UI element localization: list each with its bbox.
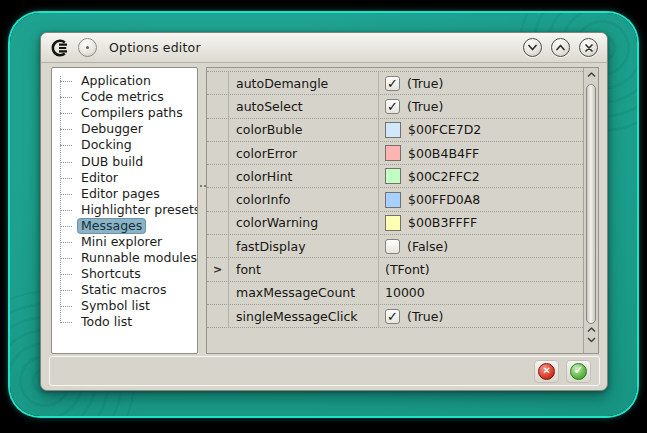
property-value[interactable]: (False): [379, 235, 583, 257]
property-row-font[interactable]: >font(TFont): [207, 258, 583, 281]
row-gutter: [207, 282, 229, 304]
property-name: colorBuble: [229, 119, 379, 141]
property-value-text: $00FCE7D2: [408, 122, 481, 137]
checkbox-checked-icon[interactable]: ✓: [385, 76, 400, 91]
unshade-button[interactable]: [551, 38, 570, 57]
property-value-text: (True): [407, 99, 443, 114]
property-value-text: $00B3FFFF: [408, 215, 477, 230]
property-value-text: $00C2FFC2: [408, 169, 480, 184]
chevron-up-icon: [556, 44, 565, 51]
row-gutter: [207, 212, 229, 234]
property-value[interactable]: ✓(True): [379, 95, 583, 117]
row-gutter: [207, 72, 229, 94]
sidebar-item-debugger[interactable]: Debugger: [54, 121, 195, 137]
property-name: colorInfo: [229, 188, 379, 210]
sidebar-item-code-metrics[interactable]: Code metrics: [54, 89, 195, 105]
property-row-maxMessageCount[interactable]: maxMessageCount10000: [207, 282, 583, 305]
coedit-logo-icon: [50, 38, 70, 58]
color-swatch[interactable]: [385, 215, 401, 231]
property-value-text: (True): [407, 76, 443, 91]
scrollbar-thumb[interactable]: [586, 84, 596, 324]
row-gutter: [207, 165, 229, 187]
checkbox-checked-icon[interactable]: ✓: [385, 99, 400, 114]
property-row-autoSelect[interactable]: autoSelect✓(True): [207, 95, 583, 118]
color-swatch[interactable]: [385, 122, 401, 138]
row-gutter: [207, 95, 229, 117]
scroll-up-icon[interactable]: [584, 72, 598, 78]
property-value[interactable]: $00FFD0A8: [379, 188, 583, 210]
checkbox-checked-icon[interactable]: ✓: [385, 309, 400, 324]
sidebar-item-application[interactable]: Application: [54, 73, 195, 89]
expand-arrow-icon[interactable]: >: [207, 258, 229, 280]
row-gutter: [207, 235, 229, 257]
property-row-colorError[interactable]: colorError$00B4B4FF: [207, 142, 583, 165]
property-row-fastDisplay[interactable]: fastDisplay(False): [207, 235, 583, 258]
sidebar-item-shortcuts[interactable]: Shortcuts: [54, 266, 195, 282]
property-row-colorWarning[interactable]: colorWarning$00B3FFFF: [207, 212, 583, 235]
titlebar[interactable]: Options editor: [41, 33, 607, 63]
sidebar-item-compilers-paths[interactable]: Compilers paths: [54, 105, 195, 121]
vertical-scrollbar[interactable]: [583, 68, 598, 353]
property-row-colorHint[interactable]: colorHint$00C2FFC2: [207, 165, 583, 188]
sidebar-item-static-macros[interactable]: Static macros: [54, 282, 195, 298]
color-swatch[interactable]: [385, 192, 401, 208]
titlebar-buttons: [523, 38, 598, 57]
row-gutter: [207, 142, 229, 164]
sidebar-item-editor[interactable]: Editor: [54, 170, 195, 186]
sidebar-item-label: Debugger: [78, 122, 146, 136]
window-menu-icon[interactable]: [78, 38, 97, 57]
accept-check-green-circle-icon: ✓: [570, 363, 587, 380]
category-list-panel: ApplicationCode metricsCompilers pathsDe…: [51, 67, 198, 354]
sidebar-item-label: Compilers paths: [78, 106, 186, 120]
scroll-up-icon[interactable]: [584, 327, 598, 333]
property-value-text: (TFont): [385, 262, 430, 277]
shade-button[interactable]: [523, 38, 542, 57]
property-row-autoDemangle[interactable]: autoDemangle✓(True): [207, 72, 583, 95]
accept-button[interactable]: ✓: [566, 360, 591, 383]
property-value[interactable]: $00C2FFC2: [379, 165, 583, 187]
row-gutter: [207, 119, 229, 141]
sidebar-item-label: Runnable modules: [78, 251, 198, 265]
property-name: maxMessageCount: [229, 282, 379, 304]
property-value[interactable]: $00B3FFFF: [379, 212, 583, 234]
sidebar-item-label: Docking: [78, 138, 135, 152]
property-name: colorError: [229, 142, 379, 164]
sidebar-item-mini-explorer[interactable]: Mini explorer: [54, 234, 195, 250]
property-name: autoSelect: [229, 95, 379, 117]
close-button[interactable]: [579, 38, 598, 57]
sidebar-item-label: Shortcuts: [78, 267, 144, 281]
splitter-grip[interactable]: [200, 185, 202, 187]
checkbox-unchecked-icon[interactable]: [385, 239, 400, 254]
property-value[interactable]: $00B4B4FF: [379, 142, 583, 164]
property-grid: autoDemangle✓(True)autoSelect✓(True)colo…: [206, 67, 599, 354]
scroll-down-icon[interactable]: [584, 337, 598, 343]
property-row-singleMessageClick[interactable]: singleMessageClick✓(True): [207, 305, 583, 328]
color-swatch[interactable]: [385, 145, 401, 161]
sidebar-item-todo-list[interactable]: Todo list: [54, 314, 195, 330]
sidebar-item-highlighter-presets[interactable]: Highlighter presets: [54, 202, 195, 218]
sidebar-item-label: Code metrics: [78, 90, 167, 104]
sidebar-item-dub-build[interactable]: DUB build: [54, 153, 195, 169]
sidebar-item-label: Todo list: [78, 315, 135, 329]
property-row-colorInfo[interactable]: colorInfo$00FFD0A8: [207, 188, 583, 211]
sidebar-item-symbol-list[interactable]: Symbol list: [54, 298, 195, 314]
color-swatch[interactable]: [385, 168, 401, 184]
cancel-button[interactable]: ×: [534, 360, 559, 383]
property-name: singleMessageClick: [229, 305, 379, 327]
sidebar-item-messages[interactable]: Messages: [54, 218, 195, 234]
sidebar-item-label: Application: [78, 74, 154, 88]
sidebar-item-docking[interactable]: Docking: [54, 137, 195, 153]
property-name: autoDemangle: [229, 72, 379, 94]
sidebar-item-runnable-modules[interactable]: Runnable modules: [54, 250, 195, 266]
desktop-background: Options editor: [10, 13, 637, 416]
sidebar-item-label: Static macros: [78, 283, 169, 297]
property-value[interactable]: $00FCE7D2: [379, 119, 583, 141]
sidebar-item-label: Highlighter presets: [78, 203, 198, 217]
property-value[interactable]: 10000: [379, 282, 583, 304]
property-value[interactable]: ✓(True): [379, 72, 583, 94]
property-value[interactable]: (TFont): [379, 258, 583, 280]
row-gutter: [207, 305, 229, 327]
property-value[interactable]: ✓(True): [379, 305, 583, 327]
sidebar-item-editor-pages[interactable]: Editor pages: [54, 186, 195, 202]
property-row-colorBuble[interactable]: colorBuble$00FCE7D2: [207, 119, 583, 142]
